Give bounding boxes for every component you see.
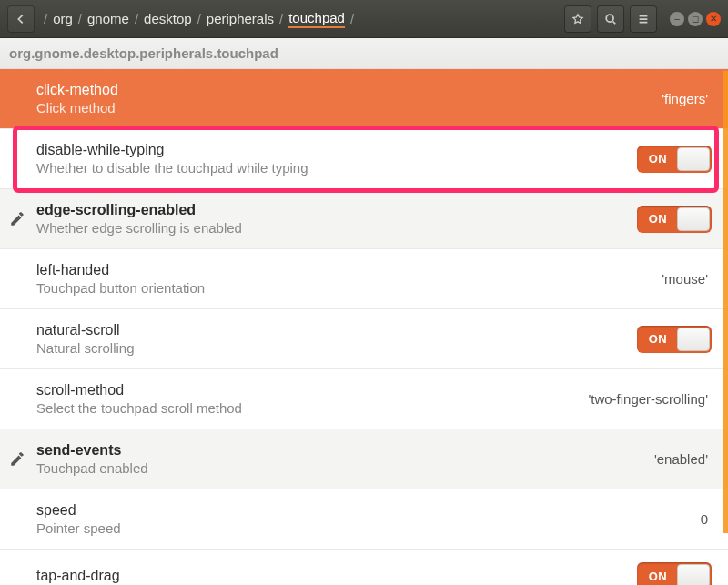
setting-value: 'enabled'	[654, 451, 712, 467]
toggle-label: ON	[639, 332, 677, 346]
svg-point-0	[606, 15, 613, 22]
window-maximize-button[interactable]: ◻	[688, 12, 703, 26]
breadcrumb-sep: /	[44, 11, 47, 26]
setting-text: click-methodClick method	[36, 82, 662, 116]
pencil-icon	[9, 451, 25, 468]
setting-key: scroll-method	[36, 382, 588, 398]
setting-desc: Natural scrolling	[36, 340, 637, 356]
setting-row[interactable]: tap-and-dragON	[0, 550, 728, 585]
setting-text: left-handedTouchpad button orientation	[36, 262, 662, 296]
menu-button[interactable]	[630, 5, 657, 33]
setting-row[interactable]: edge-scrolling-enabledWhether edge scrol…	[0, 189, 728, 249]
setting-value: 'fingers'	[662, 91, 712, 106]
breadcrumb-sep: /	[279, 11, 283, 26]
titlebar-right: – ◻ ✕	[564, 5, 721, 33]
setting-desc: Pointer speed	[36, 520, 701, 536]
setting-row[interactable]: send-eventsTouchpad enabled'enabled'	[0, 429, 728, 489]
breadcrumb-crumb-current[interactable]: touchpad	[288, 10, 345, 28]
toggle-knob	[677, 564, 710, 585]
setting-desc: Touchpad enabled	[36, 460, 654, 476]
setting-text: tap-and-drag	[36, 568, 637, 584]
toggle-knob	[677, 207, 710, 231]
breadcrumb: / org / gnome / desktop / peripherals / …	[44, 10, 561, 28]
toggle-label: ON	[639, 212, 677, 226]
toggle-knob	[677, 147, 710, 171]
setting-row[interactable]: scroll-methodSelect the touchpad scroll …	[0, 369, 728, 429]
setting-key: tap-and-drag	[36, 568, 637, 584]
breadcrumb-crumb[interactable]: desktop	[144, 11, 192, 26]
search-button[interactable]	[597, 5, 624, 33]
setting-desc: Select the touchpad scroll method	[36, 400, 588, 416]
settings-list: click-methodClick method'fingers'disable…	[0, 69, 728, 585]
setting-key: click-method	[36, 82, 662, 98]
setting-key: send-events	[36, 442, 654, 459]
setting-value: 'mouse'	[662, 271, 712, 287]
schema-path: org.gnome.desktop.peripherals.touchpad	[0, 38, 728, 69]
breadcrumb-crumb[interactable]: gnome	[87, 11, 129, 26]
setting-desc: Whether to disable the touchpad while ty…	[36, 160, 637, 176]
setting-desc: Click method	[36, 100, 662, 116]
setting-key: edge-scrolling-enabled	[36, 202, 637, 218]
toggle-label: ON	[639, 152, 677, 166]
toggle-switch[interactable]: ON	[637, 326, 712, 353]
setting-desc: Touchpad button orientation	[36, 280, 662, 296]
titlebar: / org / gnome / desktop / peripherals / …	[0, 0, 728, 38]
setting-row[interactable]: click-methodClick method'fingers'	[0, 69, 728, 129]
setting-text: edge-scrolling-enabledWhether edge scrol…	[36, 202, 637, 236]
setting-key: speed	[36, 502, 701, 519]
setting-key: natural-scroll	[36, 322, 637, 338]
setting-value: 'two-finger-scrolling'	[588, 391, 712, 407]
bookmark-button[interactable]	[564, 5, 592, 33]
window-close-button[interactable]: ✕	[706, 12, 721, 26]
pencil-icon	[9, 211, 25, 227]
setting-text: speedPointer speed	[36, 502, 701, 536]
breadcrumb-sep: /	[78, 11, 82, 26]
breadcrumb-crumb[interactable]: org	[53, 11, 73, 26]
setting-row[interactable]: speedPointer speed0	[0, 489, 728, 550]
window-controls: – ◻ ✕	[670, 12, 721, 26]
setting-row[interactable]: disable-while-typingWhether to disable t…	[0, 129, 728, 189]
window-minimize-button[interactable]: –	[670, 12, 684, 26]
setting-text: disable-while-typingWhether to disable t…	[36, 142, 637, 176]
scrollbar[interactable]	[723, 71, 728, 585]
setting-row[interactable]: natural-scrollNatural scrollingON	[0, 309, 728, 369]
back-button[interactable]	[7, 5, 35, 33]
breadcrumb-sep: /	[350, 11, 354, 26]
setting-key: left-handed	[36, 262, 662, 278]
setting-text: natural-scrollNatural scrolling	[36, 322, 637, 356]
toggle-label: ON	[639, 570, 677, 583]
setting-text: send-eventsTouchpad enabled	[36, 442, 654, 476]
toggle-knob	[677, 328, 710, 351]
setting-desc: Whether edge scrolling is enabled	[36, 220, 637, 236]
setting-value: 0	[701, 511, 712, 527]
setting-key: disable-while-typing	[36, 142, 637, 158]
setting-text: scroll-methodSelect the touchpad scroll …	[36, 382, 588, 416]
toggle-switch[interactable]: ON	[637, 562, 712, 585]
setting-row[interactable]: left-handedTouchpad button orientation'm…	[0, 249, 728, 309]
toggle-switch[interactable]: ON	[637, 206, 712, 233]
breadcrumb-sep: /	[135, 11, 138, 26]
toggle-switch[interactable]: ON	[637, 146, 712, 173]
breadcrumb-sep: /	[197, 11, 201, 26]
breadcrumb-crumb[interactable]: peripherals	[207, 11, 274, 26]
